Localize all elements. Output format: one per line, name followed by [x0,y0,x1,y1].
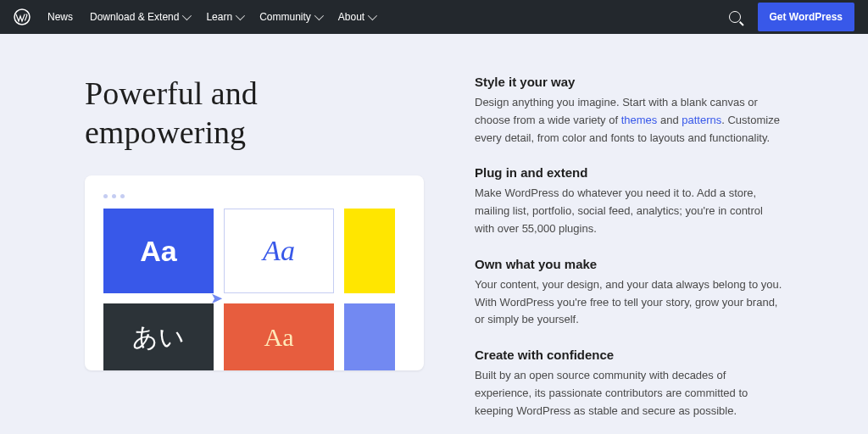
feature-list: Style it your way Design anything you im… [475,75,783,434]
patterns-link[interactable]: patterns [682,114,721,126]
tile-blue [344,303,395,370]
nav-community[interactable]: Community [259,11,321,23]
nav-label: Download & Extend [90,11,179,23]
section-own: Own what you make Your content, your des… [475,257,783,329]
tile-sans: Aa [103,209,214,293]
section-body: Make WordPress do whatever you need it t… [475,185,783,237]
get-wordpress-button[interactable]: Get WordPress [758,3,854,31]
section-heading: Own what you make [475,257,783,271]
section-body: Design anything you imagine. Start with … [475,94,783,147]
tile-orange: Aa [224,303,334,370]
section-body: Your content, your design, and your data… [475,276,783,329]
main-content: Powerful and empowering Aa Aa あい Aa ➤ St… [0,34,868,434]
nav-news[interactable]: News [47,11,73,23]
section-style: Style it your way Design anything you im… [475,75,783,147]
nav-label: Learn [206,11,232,23]
section-heading: Create with confidence [475,348,783,362]
search-icon[interactable] [729,11,741,23]
chevron-down-icon [314,11,324,20]
section-heading: Plug in and extend [475,165,783,180]
nav-label: About [338,11,364,23]
nav-about[interactable]: About [338,11,375,23]
wordpress-logo-icon[interactable] [14,8,31,25]
chevron-down-icon [182,11,192,20]
section-heading: Style it your way [475,75,783,89]
themes-link[interactable]: themes [621,114,658,126]
tile-yellow [344,209,395,293]
section-confidence: Create with confidence Built by an open … [475,348,783,420]
nav-label: News [47,11,73,23]
section-body: Built by an open source community with d… [475,367,783,420]
chevron-down-icon [236,11,245,20]
nav-learn[interactable]: Learn [206,11,242,23]
tile-japanese: あい [103,303,214,370]
window-dots [103,194,405,198]
tile-grid: Aa Aa あい Aa [103,209,405,370]
tile-serif: Aa [224,209,334,293]
hero-left: Powerful and empowering Aa Aa あい Aa ➤ [85,75,424,434]
theme-mockup: Aa Aa あい Aa ➤ [85,175,424,370]
nav-download[interactable]: Download & Extend [90,11,189,23]
nav-label: Community [259,11,311,23]
nav-items: News Download & Extend Learn Community A… [47,11,712,23]
section-plugin: Plug in and extend Make WordPress do wha… [475,165,783,237]
top-nav: News Download & Extend Learn Community A… [0,0,868,34]
cursor-icon: ➤ [210,289,223,308]
chevron-down-icon [368,11,377,20]
page-headline: Powerful and empowering [85,75,424,152]
